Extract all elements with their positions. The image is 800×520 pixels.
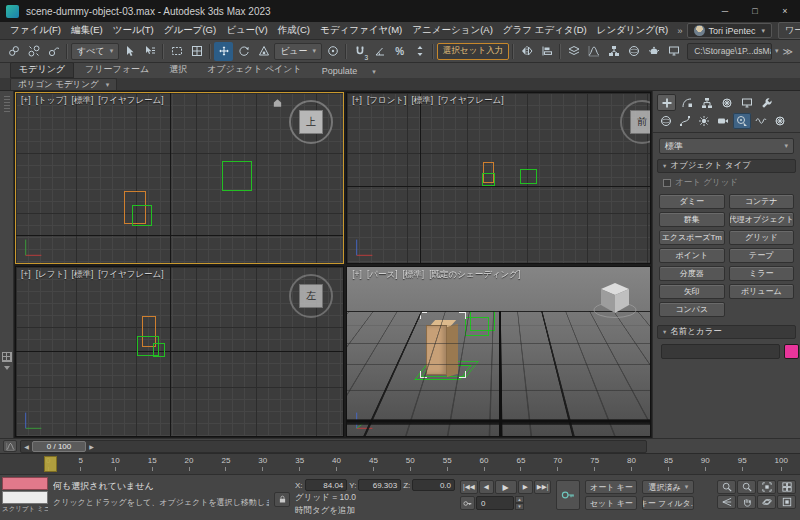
selection-region-button[interactable] bbox=[167, 42, 186, 61]
viewcube[interactable]: 左 bbox=[289, 274, 333, 318]
ribbon-tab[interactable]: フリーフォーム bbox=[76, 62, 158, 78]
timeline-tick[interactable]: 65 bbox=[516, 456, 525, 471]
timeline-tick[interactable]: 25 bbox=[221, 456, 230, 471]
utilities-tab[interactable] bbox=[757, 94, 776, 111]
reference-coordinate-dropdown[interactable]: ビュー ▾ bbox=[274, 43, 322, 60]
mini-curve-editor-button[interactable] bbox=[3, 440, 17, 452]
key-mode-toggle[interactable] bbox=[460, 496, 475, 510]
object-color-swatch[interactable] bbox=[784, 344, 799, 359]
dummy-helper-wireframe[interactable] bbox=[482, 173, 495, 186]
app-icon[interactable] bbox=[6, 5, 19, 18]
project-folder-field[interactable]: C:\Storage\1P...dsMax Project bbox=[687, 43, 772, 60]
schematic-view-button[interactable] bbox=[604, 42, 623, 61]
current-frame-field[interactable]: 0 bbox=[476, 496, 514, 510]
menu-item[interactable]: 作成(C) bbox=[273, 24, 315, 37]
zoom-all-button[interactable] bbox=[737, 480, 756, 494]
object-type-button[interactable]: ボリューム bbox=[729, 284, 795, 299]
geometry-category-button[interactable] bbox=[657, 113, 675, 129]
maximize-button[interactable]: □ bbox=[740, 0, 770, 22]
timeline-tick[interactable]: 20 bbox=[185, 456, 194, 471]
material-editor-button[interactable] bbox=[624, 42, 643, 61]
menu-item[interactable]: ファイル(F) bbox=[5, 24, 66, 37]
menu-item[interactable]: グラフ エディタ(D) bbox=[498, 24, 592, 37]
frame-spinner-up[interactable]: ▲ bbox=[515, 496, 524, 503]
ribbon-tab[interactable]: オブジェクト ペイント bbox=[198, 62, 311, 78]
render-setup-button[interactable] bbox=[644, 42, 663, 61]
add-time-tag[interactable]: 時間タグを追加 bbox=[295, 505, 455, 517]
window-crossing-toggle[interactable] bbox=[187, 42, 206, 61]
menu-item[interactable]: ツール(T) bbox=[108, 24, 159, 37]
timeline-tick[interactable]: 30 bbox=[258, 456, 267, 471]
set-key-button[interactable]: セット キー bbox=[585, 496, 637, 510]
coordinate-field[interactable]: 84.04 bbox=[305, 479, 348, 491]
modify-tab[interactable] bbox=[677, 94, 696, 111]
ribbon-tab[interactable]: モデリング bbox=[10, 62, 74, 78]
percent-snap-toggle[interactable]: % bbox=[390, 42, 409, 61]
next-frame-arrow[interactable]: ▶ bbox=[86, 441, 97, 452]
object-type-button[interactable]: 群集 bbox=[659, 212, 725, 227]
viewport-label-segment[interactable]: [トップ] bbox=[36, 95, 67, 107]
selection-filter-dropdown[interactable]: すべて ▾ bbox=[71, 43, 119, 60]
dummy-helper-wireframe[interactable] bbox=[222, 161, 252, 191]
timeline-tick[interactable]: 5 bbox=[78, 456, 82, 471]
timeline-tick[interactable]: 50 bbox=[406, 456, 415, 471]
previous-frame-arrow[interactable]: ◀ bbox=[21, 441, 32, 452]
auto-key-button[interactable]: オート キー bbox=[585, 480, 637, 494]
account-menu[interactable]: Tori iPentec ▾ bbox=[687, 23, 773, 38]
select-by-name-button[interactable] bbox=[140, 42, 159, 61]
ribbon-tab[interactable]: Populate bbox=[313, 65, 367, 78]
viewport-label-segment[interactable]: [+] bbox=[21, 95, 31, 107]
orbit-button[interactable] bbox=[757, 495, 776, 509]
object-type-button[interactable]: テープ bbox=[729, 248, 795, 263]
viewport-layout-tab[interactable] bbox=[2, 352, 12, 370]
object-type-button[interactable]: グリッド bbox=[729, 230, 795, 245]
select-and-rotate-button[interactable] bbox=[234, 42, 253, 61]
timeline-tick[interactable]: 10 bbox=[111, 456, 120, 471]
menu-item[interactable]: アニメーション(A) bbox=[407, 24, 498, 37]
select-object-button[interactable] bbox=[120, 42, 139, 61]
object-type-button[interactable]: コンテナ bbox=[729, 194, 795, 209]
zoom-button[interactable] bbox=[717, 480, 736, 494]
polygon-modeling-panel[interactable]: ポリゴン モデリング ▾ bbox=[10, 78, 117, 90]
viewport-label-segment[interactable]: [+] bbox=[21, 269, 31, 281]
selection-lock-toggle[interactable] bbox=[274, 492, 290, 507]
previous-frame-button[interactable]: ◀ bbox=[479, 480, 494, 494]
coordinate-field[interactable]: 0.0 bbox=[412, 479, 455, 491]
select-and-scale-button[interactable] bbox=[254, 42, 273, 61]
object-type-button[interactable]: コンパス bbox=[659, 302, 725, 317]
named-selection-set-input[interactable]: 選択セット入力 bbox=[437, 43, 509, 60]
unlink-selection-button[interactable] bbox=[24, 42, 43, 61]
timeline-tick[interactable]: 35 bbox=[295, 456, 304, 471]
menu-item[interactable]: 編集(E) bbox=[66, 24, 108, 37]
curve-editor-button[interactable] bbox=[584, 42, 603, 61]
timeline-tick[interactable]: 100 bbox=[775, 456, 788, 471]
time-slider[interactable]: ◀ 0 / 100 ▶ bbox=[20, 440, 647, 453]
viewport-top[interactable]: [+][トップ][標準][ワイヤフレーム] 上 bbox=[15, 92, 344, 264]
viewcube-face[interactable]: 上 bbox=[299, 110, 323, 134]
toolbar-overflow-button[interactable]: ≫ bbox=[780, 46, 796, 57]
bind-to-space-warp-button[interactable] bbox=[44, 42, 63, 61]
key-filters-button[interactable]: キー フィルタ... bbox=[642, 496, 694, 510]
viewport-label-segment[interactable]: [既定のシェーディング] bbox=[429, 269, 520, 281]
field-of-view-button[interactable] bbox=[717, 495, 736, 509]
play-button[interactable]: ▶ bbox=[495, 480, 517, 494]
pan-button[interactable] bbox=[737, 495, 756, 509]
use-center-flyout-button[interactable] bbox=[323, 42, 342, 61]
systems-category-button[interactable] bbox=[771, 113, 789, 129]
current-frame-marker[interactable] bbox=[44, 456, 57, 472]
helper-category-dropdown[interactable]: 標準 ▾ bbox=[659, 138, 794, 154]
timeline-tick[interactable]: 40 bbox=[332, 456, 341, 471]
object-name-field[interactable] bbox=[661, 344, 780, 359]
object-type-button[interactable]: 代理オブジェクト bbox=[729, 212, 795, 227]
object-type-button[interactable]: エクスポーズTm bbox=[659, 230, 725, 245]
listener-pane[interactable] bbox=[2, 491, 48, 504]
viewport-label-segment[interactable]: [標準] bbox=[72, 95, 94, 107]
viewport-label-segment[interactable]: [ワイヤフレーム] bbox=[438, 95, 503, 107]
name-color-rollout-header[interactable]: ▾ 名前とカラー bbox=[657, 325, 796, 339]
display-tab[interactable] bbox=[737, 94, 756, 111]
select-and-link-button[interactable] bbox=[4, 42, 23, 61]
align-button[interactable] bbox=[537, 42, 556, 61]
select-and-move-button[interactable] bbox=[214, 42, 233, 61]
create-tab[interactable] bbox=[657, 94, 676, 111]
object-type-button[interactable]: 分度器 bbox=[659, 266, 725, 281]
